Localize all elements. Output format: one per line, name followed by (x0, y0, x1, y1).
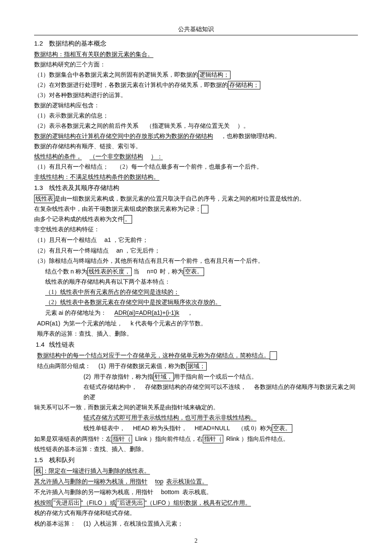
section-title: 栈和队列 (49, 457, 75, 463)
text: ai 的存储地址为： (59, 309, 107, 316)
section-heading-1-4: 1.4线性链表 (34, 341, 358, 349)
body-line: （2）有且只有一个终端结点an ，它无后件； (34, 245, 358, 256)
body-line: （3）对各种数据结构进行的运算。 (34, 90, 358, 101)
text: 结点个数 (45, 268, 69, 275)
text: （1）且只有一个根结点 (34, 237, 97, 243)
text: n 称为 (71, 268, 88, 275)
text: (1) (98, 362, 106, 369)
body-line: 在复杂线性表中，由若干项数据元素组成的数据元素称为记录； (34, 204, 358, 214)
body-line: 非空线性表的结构特征： (34, 224, 358, 235)
text: （2）在对数据进行处理时，各数据元素在计算机中的存储关系，即数据的 (34, 82, 228, 88)
text: 表示栈底。 (182, 489, 212, 495)
text-underlined: （1）线性表中所有元素所占的存储空间是连续的； (45, 289, 179, 296)
body-line: 数据结构：指相互有关联的数据元素的集合。 (34, 49, 358, 60)
boxed-term: 指针（ (112, 435, 132, 443)
body-line: 其允许插入与删除的一端称为栈顶，用指针top 表示栈顶位置。 (34, 476, 358, 487)
section-title: 线性表及其顺序存储结构 (49, 184, 119, 191)
boxed-term: 线性表 (34, 195, 55, 203)
text: 用于存储数据元素值，称为数 (109, 363, 186, 369)
text: 为第一个元素的地址， (63, 320, 123, 327)
boxed-term: 指针（ (203, 435, 223, 443)
section-number: 1.3 (34, 184, 43, 191)
header-rule (34, 35, 358, 35)
text: ， (187, 310, 193, 316)
section-number: 1.2 (34, 40, 43, 47)
body-line: 辑关系可以不一致，而数据元素之间的逻辑关系是由指针域来确定的。 (34, 403, 358, 413)
text: 用于指向前一个或后一个结点。 (174, 374, 257, 380)
text-underlined: 数据的逻辑结构在计算机存储空间中的存放形式称为数据的存储结构 (34, 133, 213, 140)
section-heading-1-2: 1.2 数据结构的基本概念 (34, 40, 358, 48)
text-underlined: ）： (151, 153, 163, 160)
body-line: 线性表是由一组数据元素构成，数据元素的位置只取决于自己的序号，元素之间的相对位置… (34, 194, 358, 204)
body-line: 结点个数 n 称为线性表的长度， 当n=0 时，称为空表。 (34, 266, 358, 277)
text: （2）表示各数据元素之间的前后件关系 (34, 123, 138, 129)
body-line: 数据的存储结构有顺序、链接、索引等。 (34, 141, 358, 152)
text: 用于存放指针，称为指 (94, 374, 153, 380)
boxed-term: "后进先出 (116, 499, 145, 507)
body-line: （1）且只有一个根结点a1 ，它无前件； (34, 235, 358, 245)
text-underlined: ：限定在一端进行插入与删除的线性表。 (43, 468, 150, 474)
boxed-term: 逻辑结构； (198, 71, 231, 79)
text-underlined: 非线性结构：不满足线性结构条件的数据结构。 (34, 174, 159, 181)
text: 在链式存储结构中， (84, 384, 137, 390)
text: （2）每一个结点最多有一个前件，也最多有一个后件。 (116, 164, 262, 170)
section-heading-1-3: 1.3 线性表及其顺序存储结构 (34, 184, 358, 192)
text: 元素 (45, 310, 57, 316)
body-line: （1）表示数据元素的信息； (34, 111, 358, 121)
text-underlined: 线性结构的条件， (34, 153, 82, 160)
text: ）。 (237, 123, 249, 129)
text: 不允许插入与删除的另一端称为栈底，用指针 (34, 489, 153, 495)
text: 顺序表的运算：查找、插入、删除。 (37, 331, 133, 337)
body-line: 数据结构中的每一个结点对应于一个存储单元，这种存储单元称为存储结点，简称结点。 (34, 351, 358, 361)
body-line: 线性结构的条件，（一个非空数据结构）： (34, 152, 358, 162)
text-underlined: 栈按照 (34, 500, 52, 506)
text-underlined: （一个非空数据结构 (89, 153, 143, 160)
text: 栈的基本运算： (34, 520, 76, 527)
boxed-term: 存储结构； (228, 81, 260, 89)
text: （1）有且只有一个根结点； (34, 164, 109, 170)
text: a1 ，它无前件； (104, 236, 148, 243)
text: ，也称数据物理结构。 (221, 133, 280, 139)
body-line: 栈：限定在一端进行插入与删除的线性表。 (34, 466, 358, 476)
body-line: 栈按照"先进后出"（FILO ）或"后进先出"（LIFO ）组织数据，栈具有记忆… (34, 497, 358, 508)
section-title: 数据结构的基本概念 (49, 40, 107, 47)
body-line: 线性单链表中，HEAD 称为头指针，HEAD=NULL（或 0）称为空表。 (34, 423, 358, 434)
text: 在复杂线性表中，由若干项数据元素组成的数据元素称为记录； (34, 206, 201, 212)
text: 结点由两部分组成： (37, 363, 91, 369)
text: HEAD 称为头指针， (133, 425, 187, 431)
text: （2）有且只有一个终端结点 (34, 247, 109, 254)
text: （或 0）称为 (238, 425, 272, 431)
boxed-term: 空表。 (272, 424, 292, 433)
text-underlined: （2）线性表中各数据元素在存储空间中是按逻辑顺序依次存放的。 (45, 299, 221, 306)
text-underlined: 链式存储方式即可用于表示线性结构，也可用于表示非线性结构。 (84, 414, 257, 421)
text-underlined: "（LIFO ）组织数据，栈具有记忆作用。 (144, 499, 251, 506)
text: n=0 (147, 268, 157, 275)
boxed-term: 据域； (186, 362, 207, 371)
body-line: 非线性结构：不满足线性结构条件的数据结构。 (34, 172, 358, 182)
text: an ，它无后件； (116, 247, 160, 254)
body-line: 由多个记录构成的线性表称为文件。 (34, 214, 358, 224)
body-line: 线性表的顺序存储结构具有以下两个基本特点： (34, 277, 358, 287)
text-underlined: 数据结构中的每一个结点对应于一个存储单元，这种存储单元称为存储结点，简称结点。 (37, 352, 270, 359)
text: k 代表每个元素占的字节数。 (130, 320, 207, 327)
body-line: 数据的逻辑结构应包含： (34, 101, 358, 111)
text: 时，称为 (160, 268, 184, 275)
text: 线性单链表中， (84, 425, 125, 431)
section-heading-1-5: 1.5 栈和队列 (34, 456, 358, 464)
boxed-term: 。 (124, 215, 132, 224)
body-line: 栈的基本运算：(1) 入栈运算，在栈顶位置插入元素； (34, 518, 358, 529)
text: (2) (84, 373, 91, 380)
text: bottom (161, 489, 179, 495)
text-underlined: top (155, 478, 163, 485)
boxed-term: "先进后出 (52, 499, 81, 507)
text: 当 (133, 268, 139, 275)
empty-box (201, 205, 208, 213)
section-number: 1.5 (34, 456, 43, 463)
body-line: 元素 ai 的存储地址为：ADR(ai)=ADR(a1)+(i-1)k， (34, 308, 358, 318)
text-underlined: "（FILO ）或 (81, 499, 116, 506)
body-line: 顺序表的运算：查找、插入、删除。 (34, 329, 358, 339)
text: 由多个记录构成的线性表称为文件 (34, 216, 124, 222)
body-line: （1）数据集合中各数据元素之间所固有的逻辑关系，即数据的逻辑结构； (34, 70, 358, 80)
text: 是由一组数据元素构成，数据元素的位置只取决于自己的序号，元素之间的相对位置是线性… (55, 196, 305, 202)
body-line: 不允许插入与删除的另一端称为栈底，用指针bottom 表示栈底。 (34, 487, 358, 497)
